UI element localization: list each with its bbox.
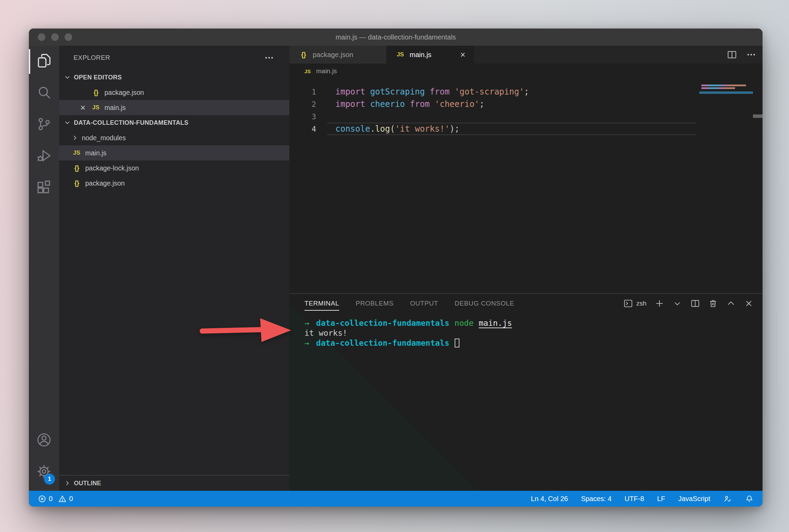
section-workspace-folder[interactable]: DATA-COLLECTION-FUNDAMENTALS [59,115,289,130]
shell-name: zsh [636,300,646,307]
plus-icon [655,299,664,308]
split-terminal-icon [690,299,700,308]
section-label: OPEN EDITORS [74,74,122,81]
tree-item-node-modules[interactable]: node_modules [59,130,289,145]
sidebar-item-run-debug[interactable] [29,141,59,172]
editor-actions [727,46,763,64]
tab-output[interactable]: OUTPUT [410,294,438,313]
sidebar-item-source-control[interactable] [29,109,59,141]
terminal-output[interactable]: → data-collection-fundamentals node main… [289,313,763,491]
scrollbar-track[interactable] [753,79,763,293]
js-icon: JS [395,51,405,58]
folder-label: node_modules [82,134,126,142]
close-icon [744,299,754,308]
notifications-button[interactable] [745,495,754,503]
source-control-icon [36,116,52,133]
close-editor-icon[interactable]: × [78,103,87,112]
activity-bar-bottom: 1 [29,425,59,491]
open-editor-package-json[interactable]: {} package.json [59,85,289,100]
maximize-panel-button[interactable] [726,299,736,308]
breadcrumb[interactable]: JS main.js [289,64,763,79]
split-terminal-button[interactable] [690,299,700,308]
new-terminal-button[interactable] [655,299,664,308]
terminal-dropdown-button[interactable] [673,299,682,308]
person-feedback-icon [723,495,732,503]
open-editor-main-js[interactable]: × JS main.js [59,100,289,115]
more-actions-icon [264,53,274,63]
sidebar-item-explorer[interactable] [29,46,59,77]
file-label: main.js [85,149,107,157]
panel: TERMINAL PROBLEMS OUTPUT DEBUG CONSOLE z… [289,293,763,491]
file-label: package-lock.json [85,164,139,172]
line-number: 2 [289,100,316,109]
status-bar: 0 0 Ln 4, Col 26 Spaces: 4 UTF-8 LF Java… [29,491,763,507]
more-editor-actions-button[interactable] [746,49,756,60]
terminal-line: → data-collection-fundamentals node main… [304,318,763,328]
terminal-icon [623,299,633,308]
terminal-line: → data-collection-fundamentals [304,338,763,348]
terminal-shell-button[interactable]: zsh [623,299,646,308]
titlebar: main.js — data-collection-fundamentals [29,29,763,46]
json-icon: {} [91,89,101,97]
window-title: main.js — data-collection-fundamentals [335,33,456,41]
breadcrumb-item: main.js [316,67,337,75]
account-icon [36,432,52,449]
panel-header: TERMINAL PROBLEMS OUTPUT DEBUG CONSOLE z… [289,294,763,313]
close-panel-button[interactable] [744,299,754,308]
tab-package-json[interactable]: {} package.json [289,46,386,64]
vscode-window: main.js — data-collection-fundamentals [29,29,763,507]
sidebar-item-search[interactable] [29,77,59,109]
close-tab-icon[interactable]: × [460,50,465,60]
settings-badge: 1 [44,474,55,485]
tab-problems[interactable]: PROBLEMS [356,294,393,313]
panel-toolbar: zsh [623,299,754,308]
sidebar-item-extensions[interactable] [29,172,59,204]
chevron-down-icon [64,119,71,126]
tab-terminal[interactable]: TERMINAL [304,294,339,313]
kill-terminal-button[interactable] [708,299,718,308]
account-button[interactable] [29,425,59,456]
explorer-sidebar: EXPLORER OPEN EDITORS {} package.json [59,46,289,491]
chevron-down-icon [64,74,71,81]
tree-item-main-js[interactable]: JS main.js [59,145,289,160]
feedback-button[interactable] [723,495,732,503]
encoding-status[interactable]: UTF-8 [625,495,644,503]
scrollbar-thumb[interactable] [753,114,763,118]
problems-status[interactable]: 0 0 [38,495,73,503]
command: node [455,319,474,328]
indentation-status[interactable]: Spaces: 4 [581,495,612,503]
prompt-directory: data-collection-fundamentals [316,319,449,328]
zoom-window-button[interactable] [65,33,72,41]
explorer-more-actions-button[interactable] [264,53,274,63]
tree-item-package-lock-json[interactable]: {} package-lock.json [59,160,289,176]
chevron-right-icon [71,134,78,141]
split-editor-button[interactable] [727,49,737,60]
settings-button[interactable]: 1 [29,456,59,488]
language-mode-status[interactable]: JavaScript [678,495,710,503]
terminal-cursor [455,339,459,347]
cursor-position-status[interactable]: Ln 4, Col 26 [531,495,568,503]
window-controls [38,29,72,46]
close-window-button[interactable] [38,33,45,41]
editor-surface[interactable]: 1 import gotScraping from 'got-scraping'… [289,79,763,293]
tab-main-js[interactable]: JS main.js × [386,46,474,64]
section-label: DATA-COLLECTION-FUNDAMENTALS [74,119,188,126]
minimap-current-line [699,91,753,94]
more-actions-icon [746,49,756,60]
split-editor-icon [727,49,737,60]
sidebar-header: EXPLORER [59,46,289,70]
tab-bar: {} package.json JS main.js × [289,46,763,64]
chevron-right-icon [64,480,71,487]
json-icon: {} [298,51,309,59]
chevron-up-icon [726,299,736,308]
code-text: import gotScraping from 'got-scraping'; [316,87,529,97]
trash-icon [708,299,718,308]
minimap[interactable] [699,79,753,293]
tab-debug-console[interactable]: DEBUG CONSOLE [455,294,514,313]
code-line-current: 4 console.log('it works!'); [289,123,699,135]
eol-status[interactable]: LF [657,495,665,503]
tree-item-package-json[interactable]: {} package.json [59,176,289,191]
section-outline[interactable]: OUTLINE [59,475,289,491]
minimize-window-button[interactable] [51,33,59,41]
section-open-editors[interactable]: OPEN EDITORS [59,70,289,85]
